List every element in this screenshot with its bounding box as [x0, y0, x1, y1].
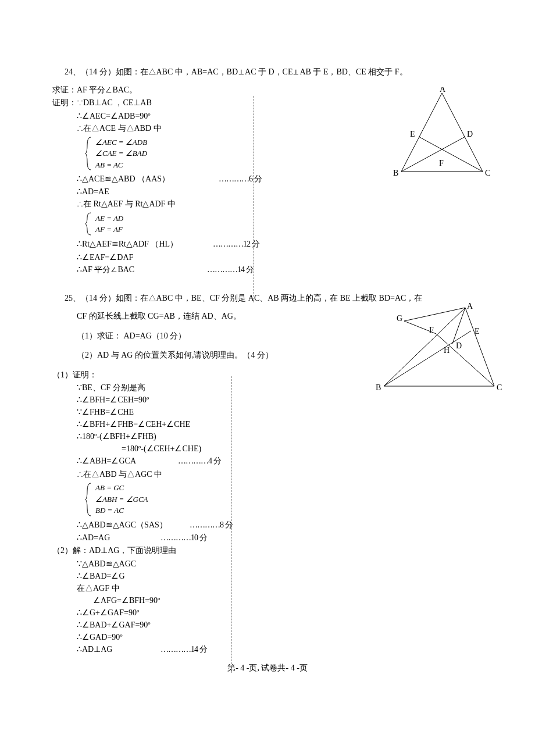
svg-line-5: [384, 331, 471, 386]
p25-b1b: ∠ABH = ∠GCA: [95, 494, 148, 505]
p25-p1-l7: ∴在△ABD 与△AGC 中: [52, 468, 483, 480]
p24-l7-score: …………12 分: [211, 238, 262, 251]
label-E25: E: [475, 327, 480, 336]
p25-brace1: AB = GC ∠ABH = ∠GCA BD = AC: [52, 482, 483, 517]
p24-b1c: AB = AC: [95, 159, 147, 171]
svg-line-6: [436, 334, 494, 386]
p24-l9: ∴AF 平分∠BAC: [77, 263, 205, 276]
label-B25: B: [376, 383, 381, 392]
p25-p1-l3: ∵∠FHB=∠CHE: [52, 406, 483, 418]
p24-l1: ∵DB⊥AC ，CE⊥AB: [77, 98, 152, 107]
divider-25: [231, 376, 232, 673]
p25-p1-l6-row: ∴∠ABH=∠GCA …………4 分: [52, 455, 483, 468]
p25-p2-l8-row: ∴AD⊥AG …………14 分: [52, 643, 483, 656]
p25-b1c: BD = AC: [95, 505, 148, 516]
p24-proof-label: 证明：: [52, 98, 77, 107]
brace-icon: [85, 212, 93, 236]
label-H25: H: [444, 346, 450, 355]
p25-p1-l9: ∴AD=AG: [77, 532, 158, 544]
figure-25: A B C D E F G H: [372, 302, 506, 405]
p25-p1-l5b: =180º-(∠CEH+∠CHE): [52, 443, 483, 455]
p24-b1a: ∠AEC = ∠ADB: [95, 137, 147, 148]
p25-p1-l5: ∴180º-(∠BFH+∠FHB): [52, 430, 483, 443]
p25-p1-l4: ∴∠BFH+∠FHB=∠CEH+∠CHE: [52, 418, 483, 430]
p24-number: 24、: [65, 67, 81, 76]
page-footer: 第- 4 -页, 试卷共- 4 -页: [52, 662, 483, 675]
p25-p2-l5: ∴∠G+∠GAF=90º: [52, 607, 483, 619]
p25-p2-l4: ∠AFG=∠BFH=90º: [52, 594, 483, 607]
problem-25: A B C D E F G H 25、（14 分）如图：在△ABC 中，BE、C…: [52, 290, 483, 656]
p25-p1-l8: ∴△ABD≌△AGC（SAS）: [77, 519, 187, 532]
label-A25: A: [467, 302, 473, 311]
p24-l8: ∴∠EAF=∠DAF: [52, 251, 483, 263]
p25-p1-l9-row: ∴AD=AG …………10 分: [52, 532, 483, 544]
p24-points: （14 分）: [81, 67, 116, 76]
p25-stem1: 如图：在△ABC 中，BE、CF 分别是 AC、AB 两边上的高，在 BE 上截…: [116, 294, 423, 302]
label-C25: C: [497, 383, 502, 392]
p25-p2-l8: ∴AD⊥AG: [77, 643, 158, 656]
p25-number: 25、: [65, 294, 81, 302]
problem-24: A B C D E F 24、（14 分）如图：在△ABC 中，AB=AC，BD…: [52, 64, 483, 276]
svg-line-9: [452, 308, 465, 344]
svg-line-2: [419, 137, 483, 172]
p24-stem: 24、（14 分）如图：在△ABC 中，AB=AC，BD⊥AC 于 D，CE⊥A…: [52, 64, 483, 80]
svg-line-1: [401, 137, 465, 172]
p24-b2b: AF = AF: [95, 224, 123, 236]
p25-p1-l9-score: …………10 分: [158, 532, 209, 544]
label-D25: D: [456, 341, 462, 350]
p24-l6: ∴在 Rt△AEF 与 Rt△ADF 中: [52, 198, 483, 210]
p25-p1-l6: ∴∠ABH=∠GCA: [77, 455, 176, 468]
p24-l4: ∴△ACE≌△ABD （AAS）: [77, 173, 216, 186]
p25-p2-l8-score: …………14 分: [158, 643, 209, 656]
p25-b1a: AB = GC: [95, 482, 148, 494]
p25-p1-l8-row: ∴△ABD≌△AGC（SAS） …………8 分: [52, 519, 483, 532]
label-G25: G: [397, 314, 402, 323]
p24-b1b: ∠CAE = ∠BAD: [95, 148, 147, 159]
label-E: E: [410, 130, 415, 138]
p25-p2-l6: ∴∠BAD+∠GAF=90º: [52, 619, 483, 631]
p25-p1-l6-score: …………4 分: [176, 455, 223, 468]
p24-b2a: AE = AD: [95, 213, 123, 224]
p25-part2-label: （2）解：AD⊥AG，下面说明理由: [52, 544, 483, 557]
label-F25: F: [429, 326, 434, 334]
p25-p2-l7: ∴∠GAD=90º: [52, 631, 483, 643]
label-B: B: [393, 169, 398, 177]
triangle-figure-25: A B C D E F G H: [372, 302, 506, 401]
svg-line-8: [404, 308, 465, 321]
p25-p1-l8-score: …………8 分: [187, 519, 235, 532]
p24-l4-score: …………6 分: [216, 173, 264, 186]
p24-l9-score: …………14 分: [205, 263, 256, 276]
p24-brace2: AE = AD AF = AF: [52, 212, 483, 236]
p25-points: （14 分）: [81, 294, 116, 302]
divider-24: [253, 96, 254, 302]
brace-icon: [85, 482, 93, 517]
label-F: F: [439, 159, 444, 167]
label-C: C: [485, 169, 490, 177]
triangle-figure-24: A B C D E F: [390, 87, 494, 186]
p25-p2-l1: ∵△ABD≌△AGC: [52, 558, 483, 570]
label-D: D: [467, 130, 473, 138]
p24-stem-text: 如图：在△ABC 中，AB=AC，BD⊥AC 于 D，CE⊥AB 于 E，BD、…: [116, 67, 408, 76]
p24-l7-row: ∴Rt△AEF≌Rt△ADF （HL） …………12 分: [52, 238, 483, 251]
label-A: A: [440, 87, 446, 94]
p24-l9-row: ∴AF 平分∠BAC …………14 分: [52, 263, 483, 276]
figure-24: A B C D E F: [390, 87, 494, 190]
p24-l7: ∴Rt△AEF≌Rt△ADF （HL）: [77, 238, 211, 251]
brace-icon: [85, 136, 93, 171]
p25-p2-l2: ∴∠BAD=∠G: [52, 570, 483, 582]
p25-p2-l3: 在△AGF 中: [52, 582, 483, 594]
